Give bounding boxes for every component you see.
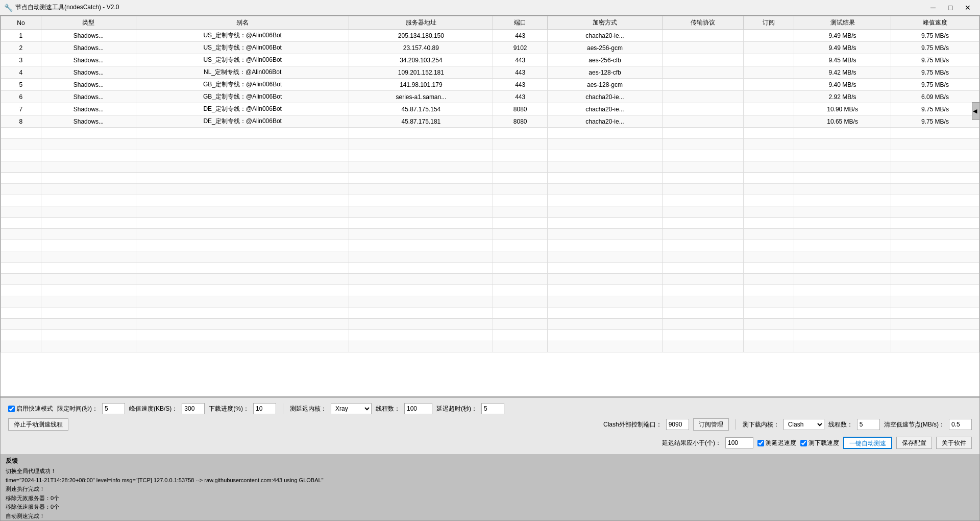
empty-cell-2 bbox=[136, 173, 349, 184]
fast-mode-checkbox-label[interactable]: 启用快速模式 bbox=[8, 405, 53, 413]
test-delay-checkbox-label[interactable]: 测延迟速度 bbox=[757, 439, 796, 447]
empty-cell-9 bbox=[891, 173, 979, 184]
empty-cell-7 bbox=[743, 195, 794, 206]
empty-cell-4 bbox=[493, 274, 548, 285]
delay-core-select[interactable]: Xray Clash bbox=[331, 403, 372, 414]
empty-cell-0 bbox=[1, 319, 41, 330]
fast-mode-checkbox[interactable] bbox=[8, 406, 15, 412]
table-row[interactable]: 3Shadows...US_定制专线：@Alin006Bot34.209.103… bbox=[1, 54, 979, 66]
table-row[interactable]: 8Shadows...DE_定制专线：@Alin006Bot45.87.175.… bbox=[1, 115, 979, 128]
col-server: 服务器地址 bbox=[349, 16, 493, 30]
cell-7 bbox=[743, 42, 794, 54]
empty-cell-8 bbox=[794, 173, 891, 184]
empty-cell-2 bbox=[136, 319, 349, 330]
table-row[interactable]: 4Shadows...NL_定制专线：@Alin006Bot109.201.15… bbox=[1, 66, 979, 79]
empty-cell-4 bbox=[493, 263, 548, 274]
cell-5: chacha20-ie... bbox=[547, 91, 662, 103]
table-row[interactable]: 1Shadows...US_定制专线：@Alin006Bot205.134.18… bbox=[1, 30, 979, 42]
empty-cell-3 bbox=[349, 341, 493, 352]
sub-manage-button[interactable]: 订阅管理 bbox=[693, 418, 729, 431]
empty-cell-7 bbox=[743, 274, 794, 285]
col-sub: 订阅 bbox=[743, 16, 794, 30]
feedback-line: 移除无效服务器：0个 bbox=[6, 494, 974, 503]
delay-filter-input[interactable] bbox=[725, 437, 753, 448]
feedback-line: 切换全局代理成功！ bbox=[6, 467, 974, 476]
empty-cell-5 bbox=[547, 307, 662, 319]
minimize-button[interactable]: ─ bbox=[925, 2, 941, 14]
empty-cell-3 bbox=[349, 319, 493, 330]
empty-cell-5 bbox=[547, 184, 662, 195]
download-core-select[interactable]: Clash Xray bbox=[783, 419, 824, 430]
empty-cell-8 bbox=[794, 128, 891, 139]
test-delay-checkbox[interactable] bbox=[757, 440, 764, 446]
empty-cell-8 bbox=[794, 195, 891, 206]
test-download-label: 测下载速度 bbox=[808, 439, 839, 447]
cell-4: 443 bbox=[493, 30, 548, 42]
peak-speed-label: 峰值速度(KB/S)： bbox=[129, 405, 178, 413]
empty-cell-6 bbox=[663, 195, 743, 206]
empty-cell-5 bbox=[547, 240, 662, 251]
maximize-button[interactable]: □ bbox=[942, 2, 959, 14]
empty-cell-0 bbox=[1, 274, 41, 285]
cell-8: 9.40 MB/s bbox=[794, 79, 891, 91]
peak-speed-input[interactable] bbox=[182, 403, 205, 414]
empty-cell-6 bbox=[663, 150, 743, 161]
cell-0: 1 bbox=[1, 30, 41, 42]
feedback-line: 移除低速服务器：0个 bbox=[6, 503, 974, 512]
test-download-checkbox-label[interactable]: 测下载速度 bbox=[800, 439, 839, 447]
save-config-button[interactable]: 保存配置 bbox=[896, 437, 932, 449]
clear-low-input[interactable] bbox=[949, 419, 972, 430]
empty-cell-4 bbox=[493, 218, 548, 229]
empty-cell-8 bbox=[794, 296, 891, 307]
download-progress-label: 下载进度(%)： bbox=[209, 405, 249, 413]
cell-1: Shadows... bbox=[41, 79, 136, 91]
controls-row1: 启用快速模式 限定时间(秒)： 峰值速度(KB/S)： 下载进度(%)： 测延迟… bbox=[8, 403, 972, 414]
table-row[interactable]: 2Shadows...US_定制专线：@Alin006Bot23.157.40.… bbox=[1, 42, 979, 54]
bottom-buttons-row: 延迟结果应小于(个)： 测延迟速度 测下载速度 一键自动测速 保存配置 关于软件 bbox=[8, 437, 972, 449]
cell-2: GB_定制专线：@Alin006Bot bbox=[136, 91, 349, 103]
empty-cell-0 bbox=[1, 218, 41, 229]
table-row-empty bbox=[1, 173, 979, 184]
empty-cell-9 bbox=[891, 285, 979, 296]
stop-test-button[interactable]: 停止手动测速线程 bbox=[8, 418, 68, 431]
time-limit-input[interactable] bbox=[102, 403, 125, 414]
empty-cell-3 bbox=[349, 263, 493, 274]
empty-cell-0 bbox=[1, 161, 41, 173]
empty-cell-4 bbox=[493, 150, 548, 161]
main-window: No 类型 别名 服务器地址 端口 加密方式 传输协议 订阅 测试结果 峰值速度… bbox=[0, 15, 980, 521]
empty-cell-4 bbox=[493, 251, 548, 263]
table-row-empty bbox=[1, 307, 979, 319]
cell-5: aes-128-gcm bbox=[547, 79, 662, 91]
empty-cell-4 bbox=[493, 319, 548, 330]
empty-cell-0 bbox=[1, 150, 41, 161]
sidebar-tab[interactable]: ◀ bbox=[972, 102, 980, 120]
close-button[interactable]: ✕ bbox=[960, 2, 976, 14]
table-row-empty bbox=[1, 330, 979, 341]
empty-cell-5 bbox=[547, 173, 662, 184]
empty-cell-9 bbox=[891, 195, 979, 206]
empty-cell-8 bbox=[794, 139, 891, 150]
empty-cell-7 bbox=[743, 341, 794, 352]
download-thread-input[interactable] bbox=[857, 419, 880, 430]
table-row[interactable]: 6Shadows...GB_定制专线：@Alin006Botseries-a1.… bbox=[1, 91, 979, 103]
clash-port-input[interactable] bbox=[666, 419, 689, 430]
table-row[interactable]: 5Shadows...GB_定制专线：@Alin006Bot141.98.101… bbox=[1, 79, 979, 91]
delay-timeout-input[interactable] bbox=[481, 403, 504, 414]
about-button[interactable]: 关于软件 bbox=[936, 437, 972, 449]
empty-cell-6 bbox=[663, 319, 743, 330]
controls-section: 启用快速模式 限定时间(秒)： 峰值速度(KB/S)： 下载进度(%)： 测延迟… bbox=[8, 403, 972, 449]
test-download-checkbox[interactable] bbox=[800, 440, 807, 446]
download-core-label: 测下载内核： bbox=[743, 420, 779, 429]
col-encrypt: 加密方式 bbox=[547, 16, 662, 30]
cell-7 bbox=[743, 54, 794, 66]
cell-7 bbox=[743, 30, 794, 42]
cell-2: DE_定制专线：@Alin006Bot bbox=[136, 115, 349, 128]
cell-8: 9.49 MB/s bbox=[794, 30, 891, 42]
cell-9: 9.75 MB/s bbox=[891, 103, 979, 115]
download-progress-input[interactable] bbox=[253, 403, 276, 414]
cell-7 bbox=[743, 79, 794, 91]
table-row-empty bbox=[1, 296, 979, 307]
table-row[interactable]: 7Shadows...DE_定制专线：@Alin006Bot45.87.175.… bbox=[1, 103, 979, 115]
auto-test-button[interactable]: 一键自动测速 bbox=[843, 437, 892, 449]
thread-count-input[interactable] bbox=[404, 403, 432, 414]
